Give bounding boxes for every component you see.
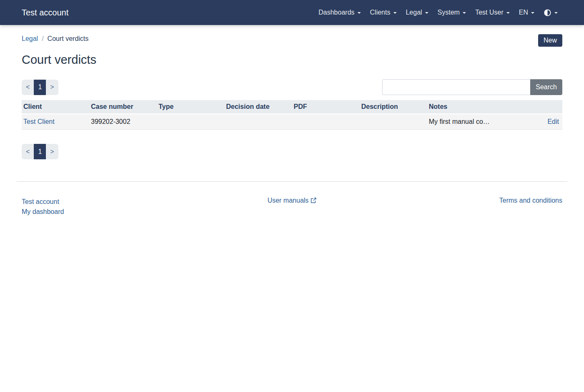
- chevron-down-icon: [357, 12, 361, 14]
- cell-description: [360, 114, 427, 130]
- court-verdicts-table: ClientCase numberTypeDecision datePDFDes…: [22, 100, 562, 130]
- column-header-pdf: PDF: [292, 100, 360, 114]
- pagination-page-1-button[interactable]: 1: [34, 80, 46, 95]
- client-cell: Test Client: [22, 114, 89, 130]
- cell-type: [157, 114, 224, 130]
- pagination-next-button[interactable]: >: [46, 144, 58, 159]
- nav-item-clients[interactable]: Clients: [365, 5, 401, 20]
- pagination-bottom: < 1 >: [22, 144, 562, 159]
- controls-row: < 1 > Search: [22, 79, 562, 95]
- column-header-description: Description: [360, 100, 427, 114]
- circle-half-icon: [544, 9, 551, 17]
- chevron-down-icon: [531, 12, 534, 14]
- footer-right: Terms and conditions: [382, 197, 562, 204]
- test-account-link[interactable]: Test account: [22, 197, 202, 207]
- search-input[interactable]: [382, 79, 530, 95]
- main-content: Legal/Court verdicts New Court verdicts …: [0, 25, 584, 159]
- nav-item-label: Dashboards: [319, 9, 355, 16]
- header-row: Legal/Court verdicts New: [22, 34, 562, 47]
- footer-left-links: Test accountMy dashboard: [22, 197, 202, 217]
- chevron-down-icon: [506, 12, 510, 14]
- column-header-client: Client: [22, 100, 89, 114]
- actions-cell: Edit: [495, 114, 562, 130]
- nav-item-legal[interactable]: Legal: [401, 5, 433, 20]
- chevron-down-icon: [463, 12, 466, 14]
- nav-item-label: Legal: [406, 9, 422, 16]
- chevron-down-icon: [393, 12, 397, 14]
- nav-item-test-user[interactable]: Test User: [471, 5, 514, 20]
- column-header-notes: Notes: [427, 100, 495, 114]
- top-navbar: Test account DashboardsClientsLegalSyste…: [0, 0, 584, 25]
- chevron-down-icon: [425, 12, 428, 14]
- brand-link[interactable]: Test account: [22, 8, 68, 18]
- cell-decision-date: [224, 114, 292, 130]
- terms-and-conditions-link[interactable]: Terms and conditions: [499, 197, 562, 204]
- column-header-actions: [495, 100, 562, 114]
- external-link-icon: [310, 197, 317, 204]
- search-button[interactable]: Search: [530, 79, 562, 95]
- user-manuals-link[interactable]: User manuals: [267, 197, 317, 204]
- table-body: Test Client399202-3002My first manual co…: [22, 114, 562, 130]
- pagination-prev-button[interactable]: <: [22, 80, 34, 95]
- page-title: Court verdicts: [22, 53, 562, 67]
- chevron-down-icon: [554, 12, 558, 14]
- table-header-row: ClientCase numberTypeDecision datePDFDes…: [22, 100, 562, 114]
- breadcrumb-item-court-verdicts[interactable]: Court verdicts: [48, 35, 89, 43]
- navbar-menu: DashboardsClientsLegalSystemTest UserEN: [314, 5, 563, 20]
- nav-item-language[interactable]: EN: [514, 5, 539, 20]
- cell-pdf: [292, 114, 360, 130]
- column-header-case-number: Case number: [89, 100, 157, 114]
- column-header-decision-date: Decision date: [224, 100, 292, 114]
- pagination-next-button[interactable]: >: [46, 80, 58, 95]
- nav-item-label: System: [438, 9, 460, 16]
- footer-center: User manuals: [202, 197, 382, 204]
- page-footer: Test accountMy dashboard User manuals Te…: [0, 181, 584, 217]
- table-row: Test Client399202-3002My first manual co…: [22, 114, 562, 130]
- breadcrumb-separator: /: [42, 35, 43, 43]
- footer-columns: Test accountMy dashboard User manuals Te…: [0, 182, 584, 217]
- client-link[interactable]: Test Client: [23, 118, 55, 125]
- table-header: ClientCase numberTypeDecision datePDFDes…: [22, 100, 562, 114]
- edit-link[interactable]: Edit: [547, 118, 559, 125]
- pagination-page-1-button[interactable]: 1: [34, 144, 46, 159]
- nav-item-system[interactable]: System: [433, 5, 471, 20]
- pagination-prev-button[interactable]: <: [22, 144, 34, 159]
- search-group: Search: [382, 79, 562, 95]
- nav-item-label: Test User: [475, 9, 503, 16]
- new-button[interactable]: New: [538, 34, 562, 47]
- my-dashboard-link[interactable]: My dashboard: [22, 207, 202, 217]
- cell-notes: My first manual co…: [427, 114, 495, 130]
- nav-item-label: Clients: [370, 9, 390, 16]
- breadcrumb-item-legal[interactable]: Legal: [22, 35, 38, 43]
- cell-case-number: 399202-3002: [89, 114, 157, 130]
- nav-item-dashboards[interactable]: Dashboards: [314, 5, 365, 20]
- column-header-type: Type: [157, 100, 224, 114]
- theme-toggle-menu[interactable]: [539, 5, 562, 20]
- breadcrumb: Legal/Court verdicts: [22, 34, 88, 43]
- nav-item-label: EN: [519, 9, 528, 16]
- pagination-top: < 1 >: [22, 80, 58, 95]
